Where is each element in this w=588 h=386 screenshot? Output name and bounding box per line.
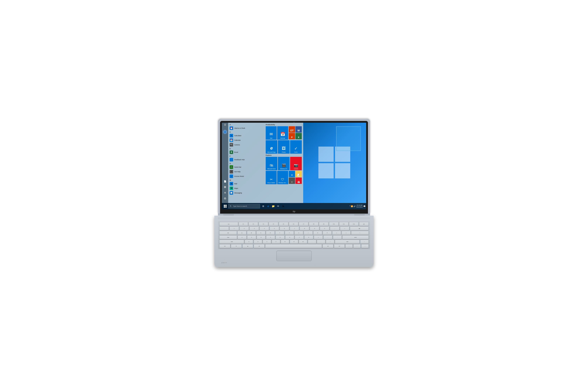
key-t[interactable]: T [275, 231, 284, 235]
key-4[interactable]: 4 [259, 226, 269, 230]
tile-stickynotes[interactable]: 📝 [295, 171, 302, 177]
key-backtick[interactable]: ` [219, 226, 229, 230]
task-view-button[interactable]: ⊞ [261, 204, 265, 208]
key-e[interactable]: E [256, 231, 265, 235]
key-p[interactable]: P [323, 231, 332, 235]
tile-calc-small[interactable]: ≡ [289, 178, 295, 184]
app-mail[interactable]: ✉ Mail [228, 182, 264, 186]
key-backspace[interactable]: ⌫ [350, 226, 369, 230]
documents-icon[interactable]: 📄 [223, 179, 227, 183]
key-w[interactable]: W [247, 231, 256, 235]
key-alt-l[interactable]: alt [254, 244, 265, 248]
key-fn[interactable]: fn [231, 244, 242, 248]
key-q[interactable]: Q [237, 231, 246, 235]
app-groove[interactable]: ♪ Groove Music [228, 174, 264, 179]
hamburger-menu-icon[interactable]: ☰ [223, 123, 227, 127]
key-enter[interactable]: enter [342, 235, 369, 239]
key-r[interactable]: R [266, 231, 275, 235]
mail-taskbar-icon[interactable]: ✉ [276, 204, 280, 208]
tile-cal-small[interactable]: 📅 [295, 178, 302, 184]
pictures-icon[interactable]: 🖼 [223, 185, 227, 189]
app-gamebar[interactable]: 🎮 Game bar [228, 165, 264, 169]
tile-store[interactable]: 🛍 Microsoft Store [266, 157, 277, 170]
app-alarms[interactable]: ⏰ Alarms & Clock [228, 126, 264, 130]
key-f8[interactable]: F8 [309, 222, 318, 226]
notification-icon[interactable]: 💬 [363, 205, 365, 207]
clock-display[interactable]: 10:10 AM 5/21/2019 [356, 204, 363, 208]
tile-snip[interactable]: ✂ Snip & Sketch [266, 171, 277, 184]
edge-taskbar-icon[interactable]: e [266, 204, 270, 208]
key-slash[interactable]: / [326, 240, 334, 244]
key-rbracket[interactable]: ] [342, 231, 351, 235]
start-button[interactable] [223, 203, 228, 209]
tile-outlook[interactable]: OT [289, 126, 295, 133]
key-ctrl-l[interactable]: ctrl [219, 244, 230, 248]
key-f3[interactable]: F3 [259, 222, 268, 226]
network-icon[interactable]: 📶 [351, 205, 353, 207]
key-h[interactable]: H [285, 235, 294, 239]
key-g[interactable]: G [276, 235, 285, 239]
key-rshift[interactable]: shift [335, 240, 360, 244]
power-icon[interactable]: ⏻ [223, 196, 227, 201]
key-o[interactable]: O [313, 231, 322, 235]
tile-mail[interactable]: ✉ Mail [266, 126, 277, 140]
key-semicolon[interactable]: ; [323, 235, 332, 239]
key-caps[interactable]: caps [219, 235, 237, 239]
key-f7[interactable]: F7 [299, 222, 308, 226]
tile-winsec[interactable]: 🛡 Windows Sec... [277, 171, 288, 184]
key-y[interactable]: Y [285, 231, 294, 235]
app-messaging[interactable]: 💬 Messaging [228, 191, 264, 195]
app-feedback[interactable]: 👤 Feedback Hub [228, 157, 264, 162]
tile-todo[interactable]: ✓ To-Do [290, 140, 302, 154]
key-f4[interactable]: F4 [269, 222, 278, 226]
key-d[interactable]: D [257, 235, 266, 239]
key-period[interactable]: . [317, 240, 325, 244]
key-u[interactable]: U [294, 231, 303, 235]
key-left[interactable]: ← [345, 244, 353, 248]
key-x[interactable]: X [254, 240, 262, 244]
app-gethelp[interactable]: ? Get Help [228, 169, 264, 174]
key-f2[interactable]: F2 [249, 222, 258, 226]
key-m[interactable]: M [299, 240, 307, 244]
user-avatar[interactable]: 👤 [223, 130, 227, 134]
key-s[interactable]: S [247, 235, 256, 239]
key-f[interactable]: F [266, 235, 275, 239]
key-down[interactable]: ↓ [353, 244, 361, 248]
tile-brightness[interactable]: ☀ [289, 171, 295, 177]
key-1[interactable]: 1 [230, 226, 239, 230]
key-k[interactable]: K [304, 235, 313, 239]
tile-photos[interactable]: 🖼 Photos [278, 140, 290, 154]
tile-excel-group[interactable]: X [295, 133, 302, 139]
key-backslash[interactable]: \ [351, 231, 369, 235]
tile-edge[interactable]: e Microsoft Edge [266, 140, 277, 154]
key-space[interactable] [265, 244, 322, 248]
app-calculator[interactable]: ≡ Calculator [228, 133, 264, 138]
key-comma[interactable]: , [308, 240, 316, 244]
key-minus[interactable]: - [330, 226, 339, 230]
key-ctrl-r[interactable]: ctrl [334, 244, 345, 248]
key-b[interactable]: B [281, 240, 289, 244]
key-j[interactable]: J [295, 235, 304, 239]
key-2[interactable]: 2 [239, 226, 249, 230]
tile-movies[interactable]: 🎬 Movies & TV [278, 157, 290, 170]
settings-icon[interactable]: ⚙ [223, 191, 227, 195]
key-equals[interactable]: = [340, 226, 350, 230]
key-a[interactable]: A [238, 235, 247, 239]
key-z[interactable]: Z [245, 240, 253, 244]
key-del[interactable]: del [359, 222, 369, 226]
key-tab[interactable]: tab [219, 231, 237, 235]
app-maps[interactable]: 🗺 Maps [228, 186, 264, 191]
key-f11[interactable]: F11 [339, 222, 349, 226]
key-9[interactable]: 9 [310, 226, 319, 230]
tile-word[interactable]: W [295, 126, 302, 133]
volume-icon[interactable]: 🔊 [354, 205, 356, 207]
file-explorer-taskbar-icon[interactable]: 📁 [271, 204, 275, 208]
key-f5[interactable]: F5 [279, 222, 288, 226]
search-bar[interactable]: 🔍 Type here to search [228, 204, 260, 208]
key-n[interactable]: N [290, 240, 298, 244]
key-6[interactable]: 6 [280, 226, 289, 230]
key-right[interactable]: → [361, 244, 369, 248]
key-c[interactable]: C [263, 240, 271, 244]
key-f9[interactable]: F9 [319, 222, 329, 226]
key-v[interactable]: V [272, 240, 280, 244]
